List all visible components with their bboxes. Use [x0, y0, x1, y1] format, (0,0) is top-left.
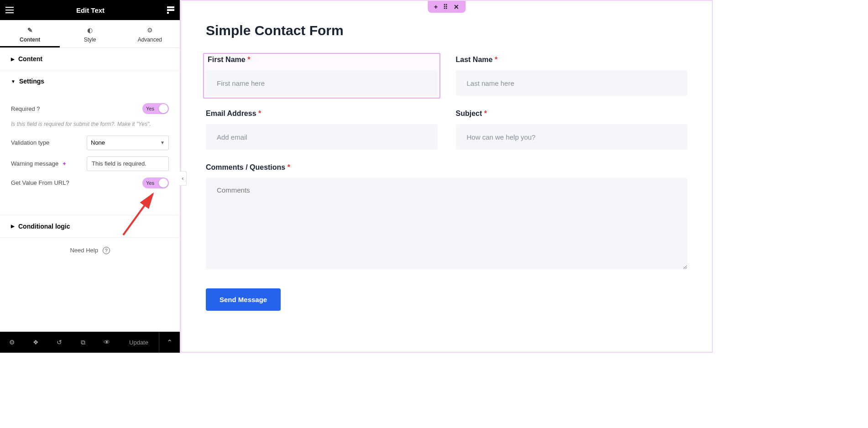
validation-label: Validation type: [11, 139, 49, 146]
first-name-label: First Name *: [206, 56, 438, 64]
required-helper-text: Is this field is required for submit the…: [11, 120, 169, 128]
setting-warning: Warning message ✦: [11, 157, 169, 171]
field-first-name[interactable]: First Name *: [203, 53, 440, 99]
submit-button[interactable]: Send Message: [206, 288, 281, 311]
footer-settings-button[interactable]: ⚙: [0, 332, 24, 353]
caret-right-icon: ▶: [11, 224, 15, 229]
chevron-up-icon: ⌃: [167, 338, 173, 347]
contrast-icon: ◐: [60, 26, 120, 34]
required-toggle-text: Yes: [146, 106, 154, 111]
url-value-toggle[interactable]: Yes: [142, 177, 169, 188]
section-conditional-label: Conditional logic: [18, 223, 70, 230]
last-name-input[interactable]: [456, 70, 688, 96]
eye-icon: 👁: [104, 339, 110, 346]
sidebar-title: Edit Text: [76, 6, 105, 14]
toggle-knob: [159, 178, 168, 188]
warning-input[interactable]: [87, 157, 169, 171]
settings-body: Required ? Yes Is this field is required…: [0, 92, 180, 206]
collapse-sidebar-handle[interactable]: ‹: [179, 171, 187, 186]
editor-tabs: ✎ Content ◐ Style ⚙ Advanced: [0, 20, 180, 48]
tab-content-label: Content: [20, 37, 40, 43]
required-label: Required ?: [11, 105, 40, 112]
footer-expand-button[interactable]: ⌃: [159, 332, 180, 353]
section-settings-label: Settings: [19, 78, 44, 85]
required-asterisk: *: [484, 110, 487, 117]
drag-handle-icon[interactable]: ⠿: [443, 3, 448, 10]
submit-row: Send Message: [206, 285, 687, 311]
section-content-label: Content: [18, 55, 42, 63]
required-asterisk: *: [258, 110, 261, 117]
section-conditional-header[interactable]: ▶ Conditional logic: [0, 215, 180, 238]
required-asterisk: *: [495, 56, 497, 63]
url-toggle-text: Yes: [146, 180, 154, 186]
setting-required: Required ? Yes: [11, 103, 169, 114]
validation-value: None: [91, 139, 105, 146]
required-asterisk: *: [247, 56, 250, 63]
toggle-knob: [159, 104, 168, 113]
field-email: Email Address *: [206, 110, 438, 150]
setting-url-value: Get Value From URL? Yes: [11, 177, 169, 188]
sidebar-header: Edit Text: [0, 0, 180, 20]
pencil-icon: ✎: [0, 26, 60, 34]
warning-label: Warning message ✦: [11, 160, 67, 167]
validation-select[interactable]: None ▼: [87, 136, 169, 150]
email-input[interactable]: [206, 124, 438, 150]
caret-down-icon: ▼: [11, 79, 16, 84]
section-toolbar: + ⠿ ✕: [428, 1, 465, 13]
add-section-button[interactable]: +: [434, 3, 438, 10]
tab-advanced[interactable]: ⚙ Advanced: [120, 20, 180, 47]
form-preview: Simple Contact Form First Name * Last Na…: [181, 1, 712, 333]
required-asterisk: *: [288, 163, 290, 171]
sidebar-footer: ⚙ ❖ ↺ ⧉ 👁 Update ⌃: [0, 332, 180, 353]
footer-responsive-button[interactable]: ⧉: [71, 332, 95, 353]
need-help-link[interactable]: Need Help ?: [0, 238, 180, 264]
caret-right-icon: ▶: [11, 57, 15, 62]
need-help-label: Need Help: [70, 247, 98, 254]
tab-advanced-label: Advanced: [138, 37, 162, 43]
footer-navigator-button[interactable]: ❖: [24, 332, 47, 353]
footer-history-button[interactable]: ↺: [47, 332, 71, 353]
history-icon: ↺: [57, 339, 62, 346]
panel-body: ▶ Content ▼ Settings Required ? Yes Is t…: [0, 48, 180, 332]
sparkle-icon: ✦: [62, 161, 67, 167]
email-label: Email Address *: [206, 110, 438, 118]
editor-canvas: + ⠿ ✕ Simple Contact Form First Name * L…: [180, 0, 713, 353]
form-title: Simple Contact Form: [206, 23, 687, 38]
section-settings-header[interactable]: ▼ Settings: [0, 70, 180, 92]
required-toggle[interactable]: Yes: [142, 103, 169, 114]
tab-content[interactable]: ✎ Content: [0, 20, 60, 47]
first-name-input[interactable]: [206, 70, 438, 96]
editor-sidebar: Edit Text ✎ Content ◐ Style ⚙ Advanced ▶…: [0, 0, 180, 353]
comments-label: Comments / Questions *: [206, 163, 687, 172]
question-icon: ?: [103, 247, 110, 254]
layers-icon: ❖: [33, 339, 39, 346]
field-comments: Comments / Questions *: [206, 163, 687, 271]
menu-icon[interactable]: [5, 7, 14, 13]
tab-style-label: Style: [84, 37, 96, 43]
last-name-label: Last Name *: [456, 56, 688, 64]
close-button[interactable]: ✕: [454, 3, 459, 10]
field-last-name: Last Name *: [456, 56, 688, 96]
setting-validation: Validation type None ▼: [11, 136, 169, 150]
gear-icon: ⚙: [120, 26, 180, 34]
chevron-down-icon: ▼: [160, 140, 165, 145]
tab-style[interactable]: ◐ Style: [60, 20, 120, 47]
widgets-grid-icon[interactable]: [167, 6, 174, 14]
comments-textarea[interactable]: [206, 178, 687, 269]
footer-preview-button[interactable]: 👁: [95, 332, 119, 353]
subject-input[interactable]: [456, 124, 688, 150]
responsive-icon: ⧉: [81, 339, 85, 346]
gear-icon: ⚙: [9, 339, 15, 346]
form-grid: First Name * Last Name * Email Address *: [206, 56, 687, 311]
section-content-header[interactable]: ▶ Content: [0, 48, 180, 70]
chevron-left-icon: ‹: [182, 175, 184, 182]
subject-label: Subject *: [456, 110, 688, 118]
field-subject: Subject *: [456, 110, 688, 150]
url-value-label: Get Value From URL?: [11, 179, 69, 186]
footer-update-button[interactable]: Update: [119, 339, 159, 346]
